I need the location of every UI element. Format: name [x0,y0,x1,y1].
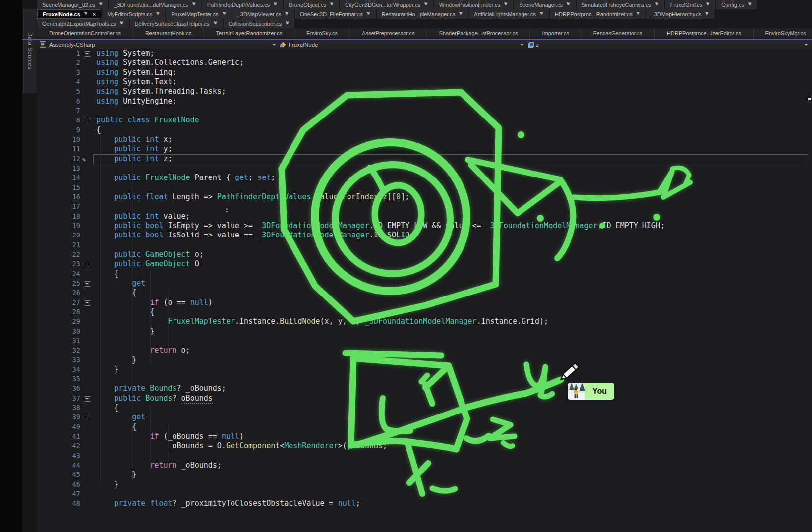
fold-column [80,125,96,135]
pin-icon[interactable] [285,12,289,16]
document-tab[interactable]: FruxelMapTester.cs [166,9,231,19]
document-tab[interactable]: TerrainLayerRandomizer.cs [203,28,294,38]
code-text [96,374,812,384]
fold-column [80,365,96,374]
document-tab[interactable]: FruxelGrid.cs [665,0,715,9]
fold-collapse-icon[interactable] [85,281,90,287]
document-tab[interactable]: CityGen3DGen...torWrapper.cs [340,0,433,9]
code-line: 20 public bool IsSolid => value == _3DFo… [37,231,812,240]
type-dropdown[interactable]: FruxelNode [280,40,528,49]
pin-icon[interactable] [424,2,428,7]
document-tab[interactable]: HDRPPostproc...Randomizer.cs [550,9,645,19]
code-line: 35 [37,374,812,384]
document-tab[interactable]: AssetPreprocessor.cs [349,28,426,38]
tab-label: RestaurantHook.cs [145,30,192,36]
pin-icon[interactable] [636,12,640,16]
code-text [96,240,812,250]
line-number: 45 [37,470,80,479]
member-dropdown[interactable]: z [528,40,812,49]
pin-icon[interactable] [273,2,278,7]
fold-collapse-icon[interactable] [85,396,90,402]
close-icon[interactable]: × [93,11,96,17]
document-tab[interactable]: SceneManager.cs [514,0,576,9]
fold-collapse-icon[interactable] [85,300,90,306]
fold-collapse-icon[interactable] [85,262,90,267]
pin-icon[interactable] [330,2,334,7]
code-text: get [96,413,812,422]
code-text [96,183,812,192]
document-tab[interactable]: MyEditorScripts.cs [102,9,165,19]
code-line: 23 public GameObject O [37,259,812,269]
pin-icon[interactable] [99,2,103,7]
code-text [96,202,812,211]
document-tab[interactable]: CollisionSubscriber.cs [224,19,295,28]
document-tab[interactable]: SceneManager_02.cs [37,0,108,9]
document-tab[interactable]: DeliverySurfaceClassHelper.cs [130,19,223,28]
pin-icon[interactable] [459,12,463,16]
line-number: 36 [37,384,80,393]
tab-label: RestaurantHo...pleManager.cs [382,11,456,17]
document-tab[interactable]: DroneObject.cs [284,0,339,9]
document-tab[interactable]: HDRPPostproce...izerEditor.cs [654,28,753,38]
pin-icon[interactable] [706,2,710,7]
document-tab[interactable]: FencesGenerator.cs [581,28,654,38]
code-line: 19 public bool IsEmpty => value >= _3DFo… [37,221,812,231]
line-number: 3 [37,68,80,77]
pin-icon[interactable] [366,12,371,16]
project-dropdown[interactable]: Assembly-CSharp [37,40,280,49]
document-tab[interactable]: DroneOrientationController.cs [37,28,133,38]
document-tab[interactable]: FruxelNode.cs× [37,9,101,19]
document-tab[interactable]: SimulatedFisheyeCamera.cs [577,0,664,9]
document-tab[interactable]: RestaurantHook.cs [133,28,204,38]
document-tab[interactable]: Generator2ExportMapTools.cs [37,19,129,28]
pin-icon[interactable] [655,2,659,7]
pin-icon[interactable] [84,12,88,16]
document-tab[interactable]: WindowPositionFinder.cs [434,0,513,9]
fold-column [80,97,96,106]
code-line: 17 [37,202,812,211]
fold-collapse-icon[interactable] [85,51,90,57]
code-text [96,106,812,116]
line-number: 5 [37,87,80,96]
fold-collapse-icon[interactable] [85,415,90,420]
pin-icon[interactable] [539,12,544,16]
tab-row-3: Generator2ExportMapTools.csDeliverySurfa… [37,19,812,28]
pin-icon[interactable] [222,12,227,16]
document-tab[interactable]: RestaurantHo...pleManager.cs [377,9,468,19]
code-text: { [96,288,812,297]
pin-icon[interactable] [748,2,752,7]
document-tab[interactable]: ShaderPackage...stProcessor.cs [426,28,529,38]
left-margin [0,0,22,532]
sidebar-tab-data-sources[interactable]: Data Sources [23,9,37,93]
pin-icon[interactable] [705,12,709,16]
document-tab[interactable]: OneSec3D_FileFormat.cs [295,9,376,19]
pin-icon[interactable] [566,2,571,7]
document-tab[interactable]: _3DMapHierarchy.cs [646,9,715,19]
line-number: 15 [37,183,80,192]
code-text: { [96,422,812,432]
document-tab[interactable]: _3DMapViewer.cs [232,9,294,19]
code-line: 18 public int value; [37,212,812,221]
document-tab[interactable]: ArtificialLightsManager.cs [469,9,549,19]
pin-icon[interactable] [285,21,290,26]
tab-label: _3DMapViewer.cs [237,11,281,17]
pin-icon[interactable] [213,21,218,26]
document-tab[interactable]: EnviroSky.cs [294,28,349,38]
code-line: 8public class FruxelNode [37,116,812,125]
line-number: 32 [37,346,80,355]
code-line: 29 FruxelMapTester.Instance.BuildNode(x,… [37,317,812,326]
line-number: 1 [37,49,80,58]
document-tab[interactable]: _3DFoundatio...delManager.cs [109,0,201,9]
fold-column [80,231,96,240]
pin-icon[interactable] [119,21,124,26]
fold-collapse-icon[interactable] [85,118,90,123]
pin-icon[interactable] [192,2,196,7]
document-tab[interactable]: PathfinderDepthValues.cs [202,0,283,9]
pin-icon[interactable] [156,12,160,16]
pin-icon[interactable] [504,2,508,7]
code-text: private float? _proximityToClosestObstac… [96,499,812,508]
document-tab[interactable]: Config.cs [716,0,757,9]
code-editor[interactable]: 1using System;2using System.Collections.… [37,49,812,532]
document-tab[interactable]: Importer.cs [529,28,580,38]
document-tab[interactable]: EnviroSkyMgr.cs [753,28,812,38]
